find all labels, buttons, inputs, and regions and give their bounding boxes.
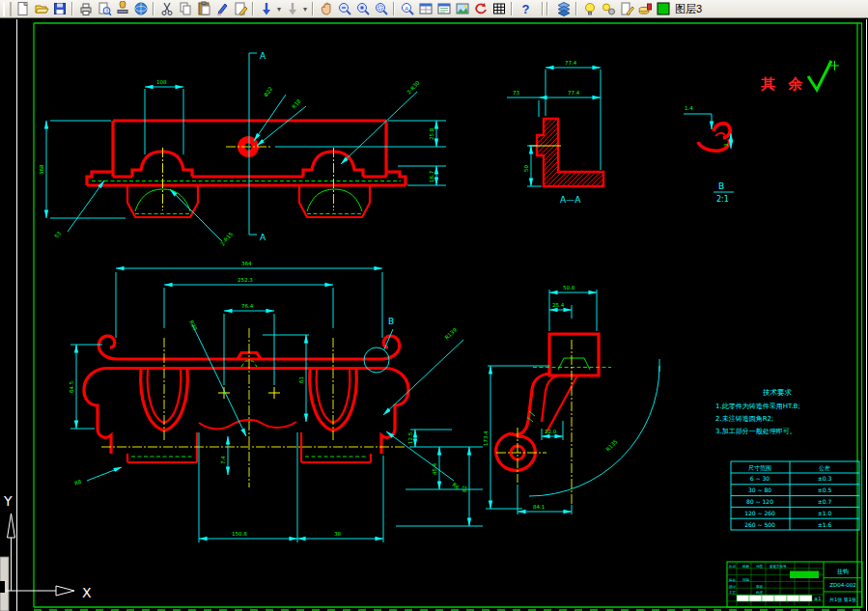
svg-text:日期: 日期 [742,578,750,582]
canvas-background [0,18,868,611]
table-cell: ±0.3 [818,475,832,482]
sheet-info: 共1张 第1张 [829,597,856,603]
svg-text:设计: 设计 [729,584,737,589]
svg-text:签名: 签名 [729,578,736,582]
table-cell: 30 ~ 80 [748,486,771,493]
table-header: 公差 [819,464,830,471]
dim-text[interactable]: 50.8 [563,285,575,291]
dim-text[interactable]: 50 [523,165,529,172]
dim-text[interactable]: 22.0 [545,429,557,434]
cad-window: ▾ ▾ A ? 图层3 [0,0,868,611]
table-cell: ±0.7 [818,498,832,505]
dim-text[interactable]: 82 [462,486,467,492]
dim-text[interactable]: 1.4 [685,105,693,111]
b-detail-label[interactable]: B [718,181,724,191]
table-cell: ±1.0 [818,510,832,516]
title-block-white-cells [737,596,812,602]
part-name-highlight[interactable] [790,571,819,579]
dim-text[interactable]: 150.8 [232,531,247,537]
drawing-number: ZD04-002 [829,582,855,588]
dim-text[interactable]: 76.4 [241,303,254,309]
dim-text[interactable]: 25.4 [552,302,565,308]
dim-text[interactable]: 16.7 [429,170,434,182]
section-label-a-bottom[interactable]: A [260,233,266,242]
dim-text[interactable]: 73 [513,90,519,96]
dim-text[interactable]: 173.4 [483,430,489,446]
dim-text[interactable]: 45.4 [432,462,437,475]
svg-text:工艺: 工艺 [729,590,737,595]
section-label-a-top[interactable]: A [260,51,266,61]
table-cell: 260 ~ 500 [744,521,775,528]
svg-text:处数: 处数 [742,564,750,569]
surface-note-text[interactable]: 其 余 [760,75,806,93]
detail-b-callout-label[interactable]: B [388,317,394,326]
table-cell: ±0.5 [818,486,832,493]
dim-text[interactable]: 84.1 [533,504,545,510]
dim-text[interactable]: 7.4 [220,456,226,464]
dim-text[interactable]: 77.4 [565,60,577,66]
notes-title: 技术要求 [762,388,793,397]
b-detail-scale[interactable]: 2:1 [716,195,729,204]
table-cell: 120 ~ 260 [744,510,775,516]
dim-text[interactable]: 368 [39,164,44,175]
dim-text[interactable]: 252.3 [238,277,253,283]
dim-text[interactable]: 12.5 [407,431,413,444]
dim-text[interactable]: 77.4 [568,90,580,96]
drawing-canvas[interactable]: Y X [0,0,868,611]
svg-text:批准: 批准 [756,591,764,595]
svg-text:更改文件号: 更改文件号 [770,564,787,569]
note-line: 2.未注铸造圆角R2; [715,414,773,423]
general-tolerance: ±1 [814,596,821,601]
dim-text[interactable]: 64.5 [69,380,74,393]
dim-text[interactable]: 364 [241,261,252,266]
aa-view-label[interactable]: A—A [560,195,581,205]
dim-text[interactable]: 38 [334,531,341,537]
svg-text:标记: 标记 [728,565,737,569]
x-axis-label: X [82,585,92,600]
dim-text[interactable]: 61 [298,376,304,383]
note-line: 1.此零件为铸造件采用HT.B; [715,403,800,410]
dim-text[interactable]: 3 [723,143,729,147]
svg-text:审核: 审核 [756,585,764,589]
table-cell: 6 ~ 30 [750,475,770,482]
table-cell: ±1.6 [818,521,832,528]
dim-text[interactable]: 108 [156,79,167,85]
table-header: 尺寸范围 [748,464,771,472]
dim-text[interactable]: 25.8 [429,127,434,140]
table-cell: 80 ~ 120 [746,498,773,505]
part-name: 挂钩 [837,568,849,574]
y-axis-label: Y [3,493,13,509]
note-line: 3.加工部分一般处理即可。 [715,428,797,435]
svg-text:分区: 分区 [756,565,764,569]
toolbar-fragment[interactable] [0,557,9,611]
